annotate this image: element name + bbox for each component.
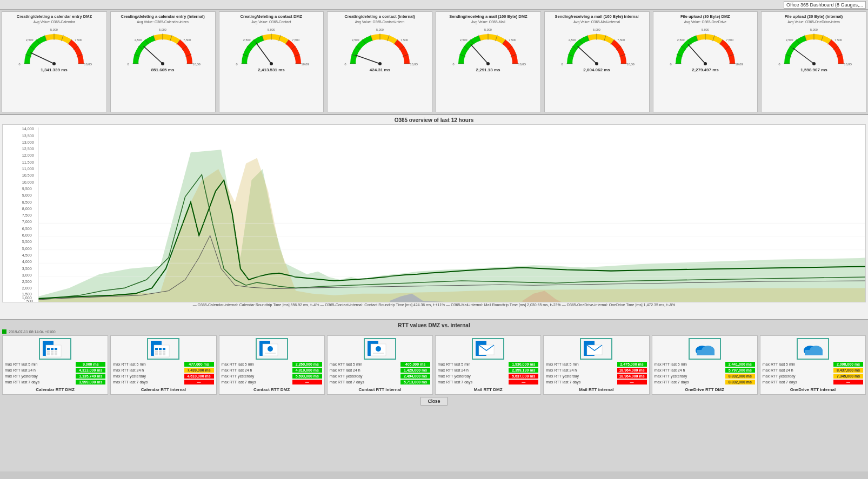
rtt-rows-contact-dmz: max RTT last 5 min2,260,000 msmax RTT la… (222, 362, 322, 386)
rtt-icon-calendar-internal (147, 338, 179, 360)
svg-rect-198 (51, 353, 54, 355)
rtt-row-label-contact-internal-2: max RTT yesterday (330, 374, 400, 378)
gauge-svg-7: 1,598.907 ms02,5005,0007,50010,000 (776, 25, 852, 73)
rtt-row-value-contact-internal-2: 2,494,000 ms (400, 374, 430, 379)
svg-text:10,500: 10,500 (22, 173, 34, 178)
rtt-row-label-mail-dmz-3: max RTT last 7 days (438, 380, 509, 384)
svg-text:11,000: 11,000 (22, 167, 34, 171)
rtt-panels: max RTT last 5 min9,000 msmax RTT last 2… (2, 335, 866, 395)
rtt-row-value-calendar-internal-2: 4,610,000 ms (184, 374, 214, 379)
rtt-row-value-calendar-internal-3: — (184, 380, 214, 384)
rtt-row-label-mail-internal-2: max RTT yesterday (546, 374, 617, 378)
svg-text:13,500: 13,500 (22, 134, 34, 138)
rtt-row-value-mail-internal-1: 18,964,000 ms (617, 368, 647, 373)
svg-rect-230 (805, 350, 823, 355)
svg-rect-205 (155, 350, 158, 353)
rtt-row-label-calendar-dmz-3: max RTT last 7 days (5, 380, 76, 384)
gauge-subtitle-2: Avg Value: O365-Contact (251, 20, 291, 24)
rtt-panel-title-onedrive-dmz: OneDrive RTT DMZ (685, 387, 724, 392)
rtt-row-calendar-internal-1: max RTT last 24 h7,439,000 ms (113, 368, 213, 373)
rtt-row-calendar-dmz-0: max RTT last 5 min9,000 ms (5, 362, 105, 367)
rtt-row-value-mail-internal-2: 18,964,000 ms (617, 374, 647, 379)
svg-text:10,000: 10,000 (518, 63, 526, 66)
rtt-row-label-mail-dmz-1: max RTT last 24 h (438, 368, 509, 372)
svg-text:4,500: 4,500 (22, 253, 32, 258)
rtt-rows-onedrive-dmz: max RTT last 5 min2,441,000 msmax RTT la… (655, 362, 755, 386)
rtt-row-label-mail-internal-0: max RTT last 5 min (546, 362, 617, 366)
chart-legend: — O365-Calendar-internal: Calendar Round… (2, 303, 866, 307)
svg-text:2,500: 2,500 (677, 38, 685, 42)
rtt-panel-contact-internal: max RTT last 5 min405,000 msmax RTT last… (327, 335, 433, 395)
rtt-row-value-mail-internal-0: 2,475,000 ms (617, 362, 647, 367)
rtt-panel-onedrive-dmz: max RTT last 5 min2,441,000 msmax RTT la… (652, 335, 758, 395)
rtt-icon-contact-internal (364, 338, 396, 360)
rtt-row-value-calendar-dmz-3: 3,999,000 ms (76, 380, 105, 384)
rtt-row-value-contact-dmz-3: — (292, 380, 322, 384)
rtt-row-contact-internal-0: max RTT last 5 min405,000 ms (330, 362, 430, 367)
gauge-subtitle-7: Avg Value: O365-OneDrive-intern (787, 20, 840, 24)
svg-rect-196 (51, 348, 54, 350)
rtt-row-label-onedrive-dmz-2: max RTT yesterday (655, 374, 725, 378)
svg-text:0: 0 (562, 63, 563, 66)
rtt-row-contact-dmz-1: max RTT last 24 h4,810,000 ms (222, 368, 322, 373)
rtt-row-onedrive-dmz-2: max RTT yesterday8,832,000 ms (655, 374, 755, 379)
rtt-row-onedrive-dmz-0: max RTT last 5 min2,441,000 ms (655, 362, 755, 367)
close-button[interactable]: Close (420, 397, 447, 406)
rtt-row-calendar-internal-0: max RTT last 5 min477,000 ms (113, 362, 213, 367)
svg-line-68 (355, 55, 379, 64)
gauge-subtitle-3: Avg Value: O365-Contact-intern (355, 20, 405, 24)
rtt-row-value-calendar-dmz-1: 4,313,000 ms (76, 368, 105, 373)
rtt-icon-onedrive-dmz (689, 338, 721, 360)
svg-point-31 (161, 62, 164, 65)
svg-text:5,000: 5,000 (50, 28, 58, 31)
rtt-row-label-contact-internal-0: max RTT last 5 min (330, 362, 400, 366)
chart-title: O365 overview of last 12 hours (2, 117, 866, 123)
rtt-row-label-contact-dmz-3: max RTT last 7 days (222, 380, 292, 384)
svg-text:2,413.531 ms: 2,413.531 ms (258, 68, 285, 72)
svg-text:5,000: 5,000 (484, 28, 492, 31)
rtt-row-onedrive-dmz-3: max RTT last 7 days8,832,000 ms (655, 380, 755, 384)
svg-text:4,000: 4,000 (22, 260, 32, 264)
svg-text:2,500: 2,500 (569, 38, 576, 42)
rtt-row-mail-dmz-1: max RTT last 24 h2,359,130 ms (438, 368, 538, 373)
svg-text:5,500: 5,500 (22, 240, 32, 244)
svg-text:10,000: 10,000 (844, 63, 851, 66)
gauge-svg-0: 1,341.339 ms02,5005,0007,50010,000 (16, 25, 92, 73)
rtt-row-label-contact-internal-1: max RTT last 24 h (330, 368, 400, 372)
svg-point-69 (378, 62, 382, 65)
svg-text:2,500: 2,500 (22, 280, 32, 284)
rtt-panel-title-mail-internal: Mail RTT internal (579, 387, 613, 392)
svg-text:2,500: 2,500 (460, 38, 468, 42)
svg-text:3,000: 3,000 (22, 273, 32, 278)
svg-text:0: 0 (670, 63, 671, 66)
svg-rect-209 (159, 353, 162, 355)
rtt-row-calendar-dmz-2: max RTT yesterday1,135,749 ms (5, 374, 105, 379)
gauge-title-6: File upload (30 Byte) DMZ (680, 14, 730, 19)
rtt-row-value-mail-dmz-1: 2,359,130 ms (509, 368, 538, 373)
gauge-panel-0: Creating/deleting a calendar entry DMZAv… (2, 11, 107, 112)
rtt-row-mail-dmz-0: max RTT last 5 min1,930,000 ms (438, 362, 538, 367)
svg-text:10,000: 10,000 (193, 63, 201, 66)
svg-text:0: 0 (19, 63, 21, 66)
gauge-title-3: Creating/deleting a contact (internal) (344, 14, 415, 19)
rtt-panel-title-mail-dmz: Mail RTT DMZ (474, 387, 503, 392)
rtt-row-label-calendar-dmz-1: max RTT last 24 h (5, 368, 76, 372)
gauge-subtitle-6: Avg Value: O365-OneDrive (684, 20, 726, 24)
svg-text:2,500: 2,500 (135, 38, 142, 42)
rtt-row-label-calendar-internal-3: max RTT last 7 days (113, 380, 184, 384)
svg-text:10,000: 10,000 (410, 63, 417, 66)
rtt-panel-mail-dmz: max RTT last 5 min1,930,000 msmax RTT la… (435, 335, 541, 395)
rtt-row-label-mail-internal-3: max RTT last 7 days (546, 380, 617, 384)
rtt-icon-onedrive-internal (797, 338, 829, 360)
rtt-panel-title-contact-internal: Contact RTT internal (359, 387, 402, 392)
rtt-row-calendar-dmz-3: max RTT last 7 days3,999,000 ms (5, 380, 105, 384)
rtt-row-value-mail-internal-3: — (617, 380, 647, 384)
rtt-row-calendar-dmz-1: max RTT last 24 h4,313,000 ms (5, 368, 105, 373)
svg-line-11 (31, 52, 54, 64)
svg-line-49 (256, 43, 271, 64)
rtt-row-contact-dmz-0: max RTT last 5 min2,260,000 ms (222, 362, 322, 367)
rtt-panel-calendar-dmz: max RTT last 5 min9,000 msmax RTT last 2… (2, 335, 108, 395)
rtt-row-value-onedrive-dmz-2: 8,832,000 ms (725, 374, 755, 379)
gauge-title-2: Creating/deleting a contact DMZ (241, 14, 303, 19)
chart-section: O365 overview of last 12 hours 14,000 13… (0, 115, 868, 320)
